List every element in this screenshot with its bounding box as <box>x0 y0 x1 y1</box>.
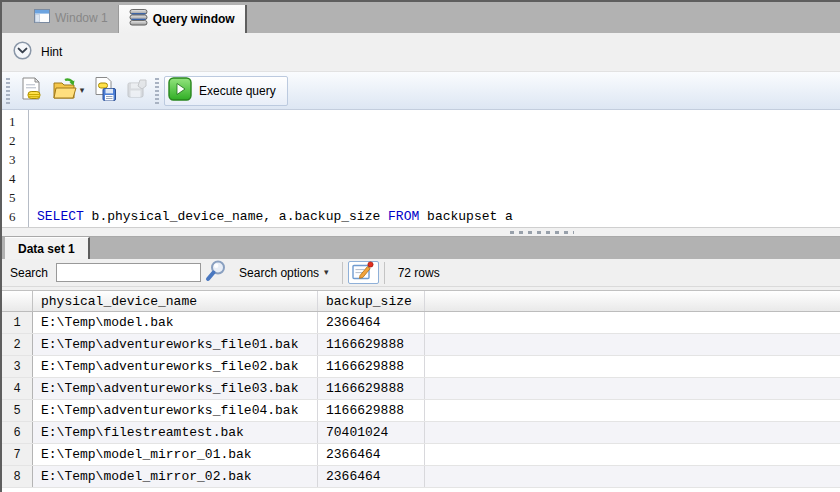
editor-results-splitter[interactable] <box>2 227 840 237</box>
new-query-button[interactable] <box>15 76 47 106</box>
toolbar-grip[interactable] <box>6 78 10 104</box>
table-row[interactable]: 1 E:\Temp\model.bak 2366464 <box>2 312 840 334</box>
toolbar-separator <box>384 262 385 284</box>
sql-editor[interactable]: 1 2 3 4 5 6 SELECT b.physical_device_nam… <box>2 110 840 227</box>
tab-label: Data set 1 <box>18 242 75 256</box>
row-number-cell[interactable]: 6 <box>2 422 33 443</box>
magnifier-icon <box>204 259 228 286</box>
edit-icon <box>352 261 374 284</box>
line-number: 4 <box>9 169 28 188</box>
search-input[interactable] <box>56 263 201 282</box>
new-query-icon <box>18 76 44 105</box>
save-icon <box>92 76 118 105</box>
row-number-cell[interactable]: 2 <box>2 334 33 355</box>
column-header-size[interactable]: backup_size <box>318 291 425 311</box>
tab-data-set-1[interactable]: Data set 1 <box>5 237 90 259</box>
open-folder-icon <box>52 76 78 105</box>
dropdown-caret-icon[interactable]: ▾ <box>80 86 85 95</box>
table-row[interactable]: 2 E:\Temp\adventureworks_file01.bak 1166… <box>2 334 840 356</box>
code-line[interactable] <box>29 150 840 169</box>
line-number: 3 <box>9 150 28 169</box>
dropdown-caret-icon: ▾ <box>324 268 329 277</box>
line-number-gutter: 1 2 3 4 5 6 <box>2 110 29 227</box>
row-number-cell[interactable]: 3 <box>2 356 33 377</box>
tab-query-window[interactable]: Query window <box>118 5 247 33</box>
device-cell[interactable]: E:\Temp\filestreamtest.bak <box>33 422 318 443</box>
window-icon <box>34 9 50 26</box>
search-label: Search <box>10 266 48 280</box>
save-as-button <box>121 76 153 106</box>
table-row[interactable]: 4 E:\Temp\adventureworks_file03.bak 1166… <box>2 378 840 400</box>
query-toolbar: ▾ <box>2 72 840 110</box>
table-row[interactable]: 5 E:\Temp\adventureworks_file04.bak 1166… <box>2 400 840 422</box>
line-number: 6 <box>9 207 28 226</box>
hint-section-header[interactable]: Hint <box>2 33 840 72</box>
device-cell[interactable]: E:\Temp\model_mirror_01.bak <box>33 444 318 465</box>
line-number: 5 <box>9 188 28 207</box>
query-tool-window: Window 1 Query window Hint <box>0 0 840 492</box>
size-cell[interactable]: 1166629888 <box>318 400 425 421</box>
device-cell[interactable]: E:\Temp\adventureworks_file02.bak <box>33 356 318 377</box>
device-cell[interactable]: E:\Temp\adventureworks_file04.bak <box>33 400 318 421</box>
edit-grid-button[interactable] <box>348 261 379 284</box>
save-query-button[interactable] <box>89 76 121 106</box>
row-number-cell[interactable]: 8 <box>2 466 33 487</box>
chevron-down-circle-icon[interactable] <box>13 41 32 63</box>
size-cell[interactable]: 1166629888 <box>318 356 425 377</box>
toolbar-grip[interactable] <box>155 78 159 104</box>
tab-label: Query window <box>153 12 235 26</box>
line-number: 1 <box>9 112 28 131</box>
hint-label: Hint <box>41 45 62 59</box>
splitter-grip-icon[interactable] <box>510 231 574 234</box>
size-cell[interactable]: 1166629888 <box>318 378 425 399</box>
database-stack-icon <box>129 9 148 29</box>
execute-query-button[interactable]: Execute query <box>164 76 288 106</box>
size-cell[interactable]: 70401024 <box>318 422 425 443</box>
save-as-icon <box>124 76 150 105</box>
table-row[interactable]: 6 E:\Temp\filestreamtest.bak 70401024 <box>2 422 840 444</box>
device-cell[interactable]: E:\Temp\adventureworks_file03.bak <box>33 378 318 399</box>
row-number-cell[interactable]: 4 <box>2 378 33 399</box>
size-cell[interactable]: 2366464 <box>318 444 425 465</box>
code-area[interactable]: SELECT b.physical_device_name, a.backup_… <box>29 110 840 227</box>
device-cell[interactable]: E:\Temp\adventureworks_file01.bak <box>33 334 318 355</box>
tab-label: Window 1 <box>55 11 108 25</box>
code-line[interactable]: SELECT b.physical_device_name, a.backup_… <box>29 207 840 226</box>
search-options-label: Search options <box>239 266 319 280</box>
column-header-device[interactable]: physical_device_name <box>33 291 318 311</box>
row-number-header[interactable] <box>2 291 33 311</box>
row-count-badge: 72 rows <box>390 266 448 280</box>
size-cell[interactable]: 2366464 <box>318 466 425 487</box>
dataset-tab-bar: Data set 1 <box>2 237 840 259</box>
results-search-bar: Search Search options ▾ <box>2 259 840 287</box>
row-number-cell[interactable]: 7 <box>2 444 33 465</box>
device-cell[interactable]: E:\Temp\model_mirror_02.bak <box>33 466 318 487</box>
play-icon <box>168 77 192 104</box>
row-number-cell[interactable]: 5 <box>2 400 33 421</box>
row-number-cell[interactable]: 1 <box>2 312 33 333</box>
table-row[interactable]: 3 E:\Temp\adventureworks_file02.bak 1166… <box>2 356 840 378</box>
line-number: 2 <box>9 131 28 150</box>
results-grid: physical_device_name backup_size 1 E:\Te… <box>2 290 840 492</box>
table-row[interactable]: 8 E:\Temp\model_mirror_02.bak 2366464 <box>2 466 840 488</box>
search-options-button[interactable]: Search options ▾ <box>231 261 337 285</box>
search-button[interactable] <box>201 260 231 286</box>
tab-window-1[interactable]: Window 1 <box>24 2 118 33</box>
toolbar-separator <box>342 262 343 284</box>
execute-label: Execute query <box>199 84 276 98</box>
device-cell[interactable]: E:\Temp\model.bak <box>33 312 318 333</box>
table-row[interactable]: 7 E:\Temp\model_mirror_01.bak 2366464 <box>2 444 840 466</box>
window-tab-bar: Window 1 Query window <box>2 2 840 33</box>
open-query-button[interactable]: ▾ <box>47 76 89 106</box>
size-cell[interactable]: 2366464 <box>318 312 425 333</box>
table-header-row: physical_device_name backup_size <box>2 290 840 312</box>
size-cell[interactable]: 1166629888 <box>318 334 425 355</box>
